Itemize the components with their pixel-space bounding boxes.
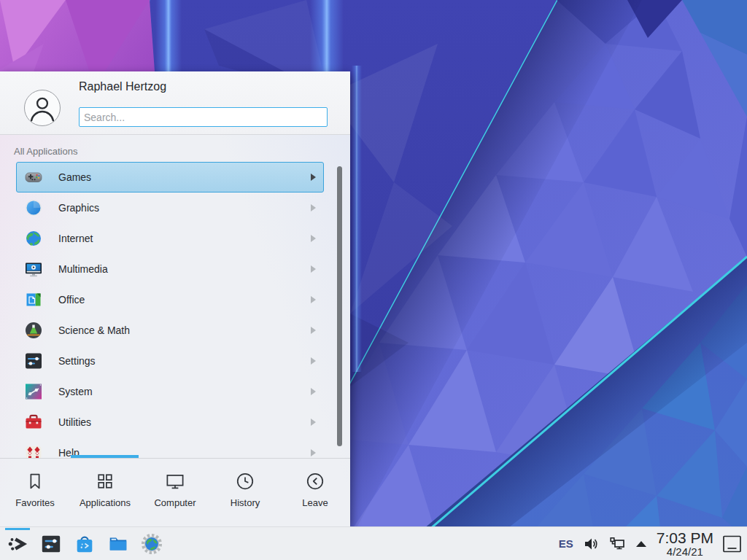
category-label: Internet — [58, 233, 311, 244]
submenu-arrow-icon — [311, 204, 316, 211]
system-icon — [24, 382, 43, 401]
submenu-arrow-icon — [311, 265, 316, 273]
tab-label: Applications — [80, 497, 131, 508]
network-wired-icon — [608, 536, 626, 552]
category-item-system[interactable]: System — [16, 376, 324, 407]
app-grid-icon — [94, 470, 116, 492]
launcher-header: Raphael Hertzog — [0, 71, 350, 135]
tab-history[interactable]: History — [210, 459, 280, 526]
submenu-arrow-icon — [311, 296, 316, 303]
category-item-office[interactable]: Office — [16, 284, 324, 315]
category-label: Office — [58, 294, 311, 306]
digital-clock[interactable]: 7:03 PM 4/24/21 — [657, 530, 713, 557]
internet-globe-icon — [24, 229, 43, 248]
discover-software-icon — [74, 533, 96, 555]
category-item-graphics[interactable]: Graphics — [16, 192, 324, 223]
expand-tray-button[interactable] — [635, 540, 647, 548]
kde-app-launcher-icon — [7, 533, 28, 555]
submenu-arrow-icon — [311, 327, 316, 334]
category-item-games[interactable]: Games — [16, 162, 324, 192]
show-desktop-icon — [722, 534, 742, 553]
section-label: All Applications — [14, 146, 77, 157]
active-tab-indicator — [71, 455, 139, 458]
category-label: System — [58, 386, 311, 397]
category-label: Settings — [58, 355, 311, 367]
category-item-utilities[interactable]: Utilities — [16, 407, 324, 438]
leave-back-icon — [304, 470, 326, 492]
system-settings-icon — [40, 533, 62, 555]
app-launcher-button[interactable] — [6, 532, 29, 556]
category-item-settings[interactable]: Settings — [16, 346, 324, 376]
bookmark-icon — [24, 470, 46, 492]
tab-favorites[interactable]: Favorites — [0, 459, 70, 526]
category-list: Games Graphics — [16, 162, 324, 458]
scrollbar[interactable] — [337, 166, 342, 446]
category-label: Utilities — [58, 416, 311, 428]
submenu-arrow-icon — [311, 388, 316, 395]
utilities-toolbox-icon — [24, 413, 43, 432]
gamepad-icon — [24, 168, 43, 187]
tab-label: Favorites — [15, 497, 54, 508]
multimedia-monitor-icon — [24, 260, 43, 279]
search-input[interactable] — [79, 107, 328, 127]
discover-taskbar-button[interactable] — [73, 532, 96, 556]
category-item-internet[interactable]: Internet — [16, 223, 324, 254]
dolphin-file-manager-icon — [107, 533, 129, 555]
computer-monitor-icon — [164, 470, 186, 492]
tab-leave[interactable]: Leave — [280, 459, 350, 526]
desktop: Raphael Hertzog All Applications — [0, 0, 747, 560]
application-launcher-popup: Raphael Hertzog All Applications — [0, 71, 350, 526]
show-desktop-button[interactable] — [722, 534, 742, 553]
category-item-science-math[interactable]: Science & Math — [16, 315, 324, 346]
tab-label: Leave — [302, 497, 328, 508]
category-label: Games — [58, 171, 311, 183]
history-clock-icon — [234, 470, 256, 492]
keyboard-layout-indicator[interactable]: ES — [559, 537, 573, 550]
tab-computer[interactable]: Computer — [140, 459, 210, 526]
graphics-sphere-icon — [24, 198, 43, 217]
tab-applications[interactable]: Applications — [70, 459, 140, 526]
network-tray-button[interactable] — [608, 536, 626, 552]
science-flask-icon — [24, 321, 43, 340]
clock-time: 7:03 PM — [657, 530, 713, 545]
office-documents-icon — [24, 290, 43, 309]
user-avatar[interactable] — [24, 90, 61, 126]
category-label: Graphics — [58, 202, 311, 214]
category-item-help[interactable]: Help — [16, 438, 324, 458]
user-icon — [25, 90, 60, 125]
submenu-arrow-icon — [311, 235, 316, 242]
volume-tray-button[interactable] — [583, 536, 599, 552]
active-task-indicator — [5, 528, 30, 530]
system-tray: ES — [559, 530, 747, 557]
tab-label: Computer — [154, 497, 196, 508]
file-manager-taskbar-button[interactable] — [107, 532, 130, 556]
submenu-arrow-icon — [311, 419, 316, 426]
clock-date: 4/24/21 — [667, 546, 703, 557]
category-label: Multimedia — [58, 263, 311, 275]
help-icon — [24, 443, 43, 458]
submenu-arrow-icon — [311, 357, 316, 365]
launcher-tabbar: Favorites Applications C — [0, 459, 350, 526]
user-name: Raphael Hertzog — [79, 80, 166, 93]
system-settings-taskbar-button[interactable] — [39, 532, 63, 556]
category-label: Science & Math — [58, 324, 311, 336]
settings-sliders-icon — [24, 351, 43, 370]
web-browser-globe-icon — [141, 533, 163, 555]
taskbar-panel: ES — [0, 526, 747, 560]
volume-icon — [583, 536, 599, 552]
expand-tray-arrow-icon — [635, 540, 647, 548]
web-browser-taskbar-button[interactable] — [140, 532, 163, 556]
submenu-arrow-icon — [311, 174, 316, 181]
submenu-arrow-icon — [311, 449, 316, 456]
tab-label: History — [231, 497, 260, 508]
category-item-multimedia[interactable]: Multimedia — [16, 254, 324, 284]
